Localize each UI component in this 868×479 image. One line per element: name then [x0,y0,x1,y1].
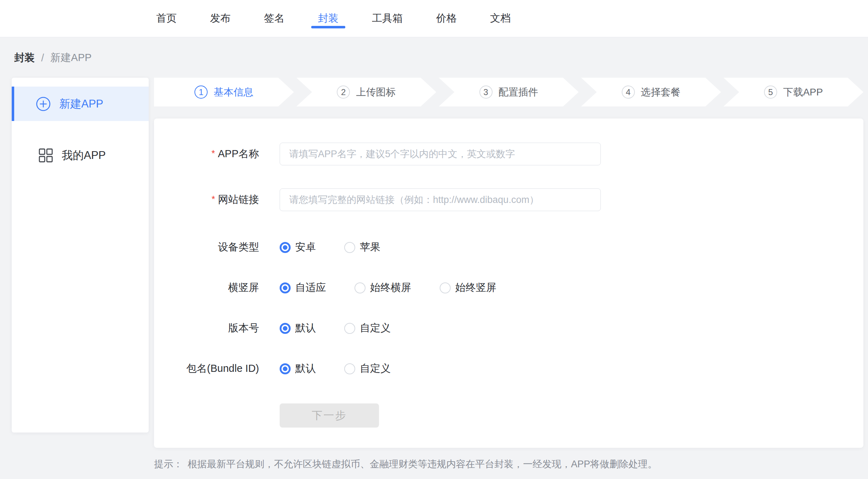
radio-label: 自定义 [360,321,391,335]
step-label: 下载APP [783,86,823,99]
radio-icon [280,242,291,253]
form-row-orientation: 横竖屏 自适应 始终横屏 始终竖屏 [154,281,863,295]
form-row-device-type: 设备类型 安卓 苹果 [154,240,863,254]
field-label: 横竖屏 [154,281,259,295]
nav-item-label: 价格 [436,11,457,26]
nav-item-docs[interactable]: 文档 [490,0,511,37]
hint-prefix: 提示： [154,458,183,470]
step-label: 选择套餐 [641,86,681,99]
radio-icon [280,282,291,293]
radio-android[interactable]: 安卓 [280,240,316,254]
sidebar: 新建APP 我的APP [12,78,149,433]
next-step-button[interactable]: 下一步 [280,403,379,428]
radio-icon [344,242,355,253]
site-url-input[interactable] [280,188,601,211]
step-label: 基本信息 [214,86,253,99]
sidebar-item-label: 我的APP [62,148,106,163]
radio-always-landscape[interactable]: 始终横屏 [355,281,411,295]
form-row-site-url: *网站链接 [154,188,863,211]
radio-auto-orientation[interactable]: 自适应 [280,281,326,295]
nav-item-label: 首页 [156,11,177,26]
step-label: 配置插件 [499,86,538,99]
step-number-badge: 2 [337,86,350,99]
radio-label: 默认 [295,321,316,335]
app-name-input[interactable] [280,143,601,165]
step-basic-info[interactable]: 1 基本信息 [154,78,294,106]
breadcrumb-separator: / [41,52,44,64]
step-configure-plugins[interactable]: 3 配置插件 [439,78,578,106]
plus-circle-icon [36,97,51,111]
field-label-text: 包名(Bundle ID) [186,363,259,374]
nav-item-label: 文档 [490,11,511,26]
radio-icon [280,323,291,334]
radio-bundle-custom[interactable]: 自定义 [344,362,391,376]
radio-icon [344,363,355,374]
field-label-text: APP名称 [218,148,259,159]
radio-icon [280,363,291,374]
field-label: *APP名称 [154,147,259,161]
form-row-version: 版本号 默认 自定义 [154,321,863,335]
nav-item-package[interactable]: 封装 [318,0,339,37]
radio-label: 始终竖屏 [455,281,496,295]
nav-item-home[interactable]: 首页 [156,0,177,37]
nav-item-label: 签名 [264,11,285,26]
nav-item-label: 工具箱 [372,11,403,26]
nav-item-publish[interactable]: 发布 [210,0,231,37]
field-label: 设备类型 [154,240,259,254]
platform-rules-hint: 提示： 根据最新平台规则，不允许区块链虚拟币、金融理财类等违规内容在平台封装，一… [154,458,863,470]
required-star: * [211,194,215,204]
button-row: 下一步 [154,403,863,428]
radio-label: 始终横屏 [370,281,411,295]
radio-ios[interactable]: 苹果 [344,240,380,254]
step-upload-icon[interactable]: 2 上传图标 [296,78,436,106]
form-card: *APP名称 *网站链接 设备类型 安卓 苹果 [154,119,863,448]
step-label: 上传图标 [356,86,396,99]
content-area: 新建APP 我的APP 1 基本信息 2 上传图标 [12,78,868,470]
top-header: 首页 发布 签名 封装 工具箱 价格 文档 [0,0,868,37]
sidebar-item-label: 新建APP [59,97,103,111]
step-number-badge: 3 [479,86,493,99]
field-label: 版本号 [154,321,259,335]
field-label: 包名(Bundle ID) [154,362,259,376]
radio-icon [440,282,451,293]
nav-item-toolbox[interactable]: 工具箱 [372,0,403,37]
hint-text: 根据最新平台规则，不允许区块链虚拟币、金融理财类等违规内容在平台封装，一经发现，… [188,458,657,470]
breadcrumb-page: 新建APP [50,51,92,65]
radio-label: 自定义 [360,362,391,376]
form-row-app-name: *APP名称 [154,143,863,165]
radio-version-default[interactable]: 默认 [280,321,316,335]
step-choose-plan[interactable]: 4 选择套餐 [581,78,721,106]
form-row-bundle-id: 包名(Bundle ID) 默认 自定义 [154,362,863,376]
radio-icon [344,323,355,334]
field-label-text: 横竖屏 [228,282,259,293]
radio-bundle-default[interactable]: 默认 [280,362,316,376]
radio-always-portrait[interactable]: 始终竖屏 [440,281,496,295]
nav-item-price[interactable]: 价格 [436,0,457,37]
step-wizard: 1 基本信息 2 上传图标 3 配置插件 4 选择套餐 5 下载APP [154,78,863,106]
breadcrumb-section[interactable]: 封装 [14,51,35,65]
radio-label: 默认 [295,362,316,376]
step-download-app[interactable]: 5 下载APP [724,78,863,106]
nav-item-label: 封装 [318,11,339,26]
grid-icon [38,148,53,163]
main-nav: 首页 发布 签名 封装 工具箱 价格 文档 [156,0,511,37]
sidebar-item-my-apps[interactable]: 我的APP [12,138,149,172]
sidebar-item-new-app[interactable]: 新建APP [12,87,149,121]
field-label-text: 设备类型 [218,241,259,253]
step-number-badge: 4 [622,86,635,99]
radio-icon [355,282,366,293]
radio-label: 苹果 [360,240,380,254]
radio-label: 安卓 [295,240,316,254]
nav-item-sign[interactable]: 签名 [264,0,285,37]
step-number-badge: 1 [194,86,208,99]
step-number-badge: 5 [764,86,777,99]
nav-item-label: 发布 [210,11,231,26]
radio-label: 自适应 [295,281,326,295]
required-star: * [211,148,215,159]
spacer [154,234,863,240]
field-label-text: 版本号 [228,322,259,334]
radio-version-custom[interactable]: 自定义 [344,321,391,335]
breadcrumb: 封装 / 新建APP [14,51,868,65]
field-label: *网站链接 [154,193,259,207]
active-nav-underline [311,26,345,28]
